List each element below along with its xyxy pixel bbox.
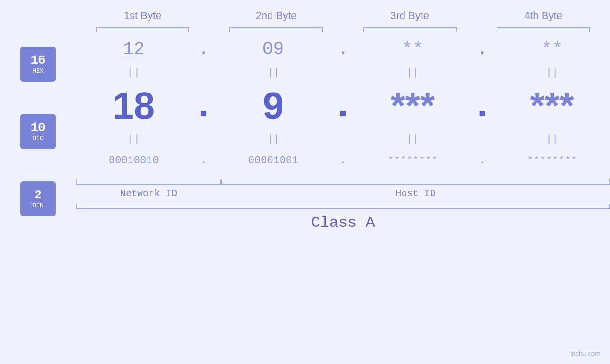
bracket-line-2: [229, 27, 323, 32]
dec-row: 18 . 9 . *** . ***: [76, 80, 610, 132]
eq1-byte1: ||: [76, 67, 192, 79]
bin-badge: 2 BIN: [20, 181, 56, 216]
top-brackets: [76, 27, 610, 32]
bin-dot-1: .: [192, 155, 216, 167]
hex-dot-2: .: [331, 39, 355, 59]
headers-row: 1st Byte 2nd Byte 3rd Byte 4th Byte: [76, 9, 610, 25]
bracket-cell-1: [76, 27, 209, 32]
hex-badge-label: HEX: [32, 67, 43, 75]
header-byte4: 4th Byte: [477, 9, 610, 25]
badges-column: 16 HEX 10 DEC 2 BIN: [0, 32, 76, 232]
equals-row-1: || || || ||: [76, 65, 610, 80]
hex-dot-1: .: [192, 39, 216, 59]
main-container: 1st Byte 2nd Byte 3rd Byte 4th Byte 16 H…: [0, 0, 610, 364]
bin-badge-label: BIN: [32, 202, 43, 209]
class-label: Class A: [311, 214, 375, 232]
full-bracket-row: [76, 204, 610, 209]
hex-byte2: 09: [216, 39, 331, 59]
hex-dot-3: .: [470, 39, 494, 59]
bracket-cell-4: [477, 27, 610, 32]
eq1-byte2: ||: [216, 67, 331, 79]
bracket-line-4: [497, 27, 590, 32]
bin-byte1: 00010010: [76, 155, 192, 167]
data-content: 12 . 09 . ** . **: [76, 32, 610, 232]
dec-badge: 10 DEC: [20, 114, 56, 149]
dec-badge-num: 10: [30, 121, 45, 135]
hex-byte3: **: [355, 39, 471, 59]
bottom-brackets: [76, 179, 610, 185]
full-bracket: [76, 204, 610, 209]
header-byte1: 1st Byte: [76, 9, 209, 25]
dec-byte3: ***: [355, 80, 471, 132]
dec-dot-1: .: [192, 80, 216, 132]
equals-row-2: || || || ||: [76, 132, 610, 146]
host-bracket: [221, 179, 610, 185]
hex-byte4: **: [494, 39, 610, 59]
bin-byte3: ********: [355, 155, 471, 167]
dec-dot-2: .: [331, 80, 355, 132]
eq2-byte2: ||: [216, 133, 331, 145]
bin-badge-num: 2: [34, 188, 42, 202]
bin-byte4: ********: [494, 155, 610, 167]
header-byte2: 2nd Byte: [209, 9, 343, 25]
hex-badge-num: 16: [30, 54, 45, 67]
bracket-cell-2: [209, 27, 343, 32]
eq2-byte3: ||: [355, 133, 471, 145]
bin-dot-2: .: [331, 155, 355, 167]
dec-byte2: 9: [216, 80, 331, 132]
bracket-cell-3: [343, 27, 477, 32]
bin-row: 00010010 . 00001001 . ******** .: [76, 146, 610, 175]
network-bracket: [76, 179, 221, 185]
bracket-line-3: [363, 27, 457, 32]
network-id-label: Network ID: [76, 188, 221, 199]
dec-byte4: ***: [494, 80, 610, 132]
id-labels-row: Network ID Host ID: [76, 188, 610, 199]
dec-dot-3: .: [470, 80, 494, 132]
dec-badge-label: DEC: [32, 135, 43, 142]
watermark: ipshu.com: [570, 350, 601, 357]
host-id-label: Host ID: [221, 188, 610, 199]
header-byte3: 3rd Byte: [343, 9, 477, 25]
bin-byte2: 00001001: [216, 155, 331, 167]
eq2-byte1: ||: [76, 133, 192, 145]
dec-byte1: 18: [76, 80, 192, 132]
class-row: Class A: [76, 214, 610, 232]
bin-dot-3: .: [470, 155, 494, 167]
hex-badge: 16 HEX: [20, 47, 56, 82]
eq1-byte4: ||: [494, 67, 610, 79]
hex-row: 12 . 09 . ** . **: [76, 32, 610, 65]
eq1-byte3: ||: [355, 67, 471, 79]
main-layout: 16 HEX 10 DEC 2 BIN 12 .: [0, 32, 610, 232]
bracket-line-1: [96, 27, 189, 32]
hex-byte1: 12: [76, 39, 192, 59]
eq2-byte4: ||: [494, 133, 610, 145]
